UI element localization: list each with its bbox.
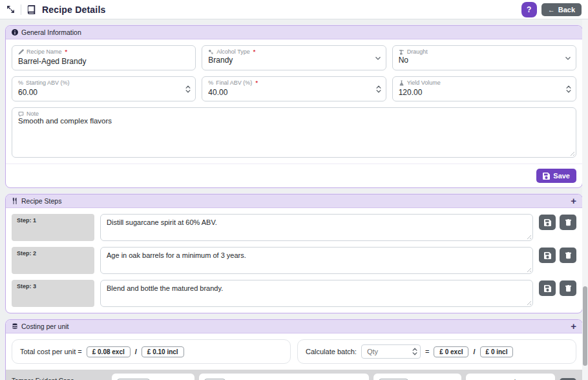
draught-tap-icon <box>399 49 404 55</box>
step-row: Step: 3 Blend and bottle the matured bra… <box>12 280 576 307</box>
save-step-button[interactable] <box>539 280 556 296</box>
top-navbar: Recipe Details ? ← Back <box>0 0 588 19</box>
general-footer: Save <box>6 164 582 187</box>
delete-step-button[interactable] <box>560 280 576 296</box>
cost-cell: Cost: £ 0.01 excl Cost: £ 0.01 incl <box>466 374 555 380</box>
number-stepper-icon[interactable] <box>566 85 571 93</box>
add-ingredient-button[interactable]: + <box>571 322 576 330</box>
general-information-card: General Information Recipe Name * Alcoho… <box>5 25 583 188</box>
percent-icon: % <box>18 79 23 86</box>
draught-field[interactable]: Draught No <box>392 45 576 70</box>
step-row: Step: 1 Distill sugarcane spirit at 60% … <box>12 214 576 241</box>
batch-excl-badge: £ 0 excl <box>434 346 468 357</box>
step-row: Step: 2 Age in oak barrels for a minimum… <box>12 247 576 274</box>
delete-step-button[interactable] <box>560 215 576 230</box>
step-textarea[interactable]: Age in oak barrels for a minimum of 3 ye… <box>101 248 532 273</box>
utensils-icon <box>12 198 18 204</box>
number-stepper-icon[interactable] <box>376 85 381 93</box>
step-number-label: Step: 3 <box>12 280 94 307</box>
total-excl-badge: £ 0.08 excl <box>87 346 131 357</box>
ingredient-row: Tamper-Evident Caps Category Packaging N… <box>6 370 582 380</box>
chevron-down-icon[interactable] <box>565 55 571 61</box>
recipe-steps-header: Recipe Steps + <box>6 195 582 208</box>
page-title: Recipe Details <box>42 5 106 15</box>
flask-icon <box>399 80 404 86</box>
number-stepper-icon[interactable] <box>412 348 417 356</box>
save-icon <box>543 173 550 180</box>
save-step-button[interactable] <box>539 215 556 230</box>
save-button[interactable]: Save <box>536 169 576 183</box>
note-field[interactable]: Note Smooth and complex flavors <box>12 107 576 158</box>
costing-header: Costing per unit + <box>6 320 582 333</box>
alcohol-type-select[interactable]: Brandy <box>208 55 379 65</box>
starting-abv-input[interactable] <box>18 87 176 97</box>
total-cost-label: Total cost per unit = <box>20 348 82 355</box>
pencil-icon <box>18 49 24 55</box>
arrow-left-icon: ← <box>548 6 555 14</box>
percent-icon: % <box>208 79 213 86</box>
ingredient-name: Tamper-Evident Caps <box>12 374 107 380</box>
number-stepper-icon[interactable] <box>185 85 191 93</box>
help-button[interactable]: ? <box>521 2 537 17</box>
general-information-header: General Information <box>6 26 582 39</box>
step-number-label: Step: 1 <box>12 214 94 241</box>
save-step-button[interactable] <box>539 248 556 263</box>
chevron-down-icon[interactable] <box>375 55 381 61</box>
batch-incl-badge: £ 0 incl <box>480 346 514 357</box>
resize-handle[interactable] <box>569 150 574 156</box>
scrollbar-thumb[interactable] <box>583 286 587 366</box>
back-button[interactable]: ← Back <box>541 3 582 16</box>
recipe-name-input[interactable] <box>18 56 176 66</box>
calculate-batch-label: Calculate batch: <box>306 348 357 355</box>
coins-icon <box>12 323 18 330</box>
step-number-label: Step: 2 <box>12 247 94 274</box>
add-step-button[interactable]: + <box>571 197 576 205</box>
scrollbar-track <box>582 19 588 380</box>
note-cell: Note Sugarcane Neutral Spirit for Brandy <box>199 374 369 380</box>
step-textarea[interactable]: Blend and bottle the matured brandy. <box>101 280 532 306</box>
recipe-name-field[interactable]: Recipe Name * <box>12 45 196 70</box>
category-cell: Category Packaging <box>112 374 194 380</box>
costing-card: Costing per unit + Total cost per unit =… <box>5 319 583 380</box>
yield-volume-input[interactable] <box>399 87 556 97</box>
info-icon <box>12 29 18 36</box>
step-text-wrap: Blend and bottle the matured brandy. <box>100 280 533 307</box>
final-abv-input[interactable] <box>208 87 366 97</box>
total-incl-badge: £ 0.10 incl <box>142 346 184 357</box>
comment-icon <box>18 111 24 117</box>
step-textarea[interactable]: Distill sugarcane spirit at 60% ABV. <box>101 215 532 240</box>
note-textarea[interactable]: Smooth and complex flavors <box>18 117 570 151</box>
delete-step-button[interactable] <box>560 248 576 263</box>
sidebar-collapse-icon[interactable] <box>6 5 15 14</box>
alcohol-type-icon <box>208 49 214 55</box>
recipe-steps-card: Recipe Steps + Step: 1 Distill sugarcane… <box>5 194 583 313</box>
step-text-wrap: Distill sugarcane spirit at 60% ABV. <box>100 214 533 241</box>
total-cost-box: Total cost per unit = £ 0.08 excl / £ 0.… <box>12 339 291 364</box>
divider <box>21 5 21 15</box>
alcohol-type-field[interactable]: Alcohol Type * Brandy <box>202 45 386 70</box>
amount-cell: Amount 60 unit <box>373 374 461 380</box>
step-text-wrap: Age in oak barrels for a minimum of 3 ye… <box>100 247 533 274</box>
recipe-book-icon <box>27 5 36 14</box>
starting-abv-field[interactable]: % Starting ABV (%) <box>12 76 196 101</box>
yield-volume-field[interactable]: Yield Volume <box>392 76 576 101</box>
draught-select[interactable]: No <box>399 55 570 65</box>
calculate-batch-box: Calculate batch: = £ 0 excl / £ 0 incl <box>297 339 576 364</box>
final-abv-field[interactable]: % Final ABV (%) * <box>202 76 386 101</box>
